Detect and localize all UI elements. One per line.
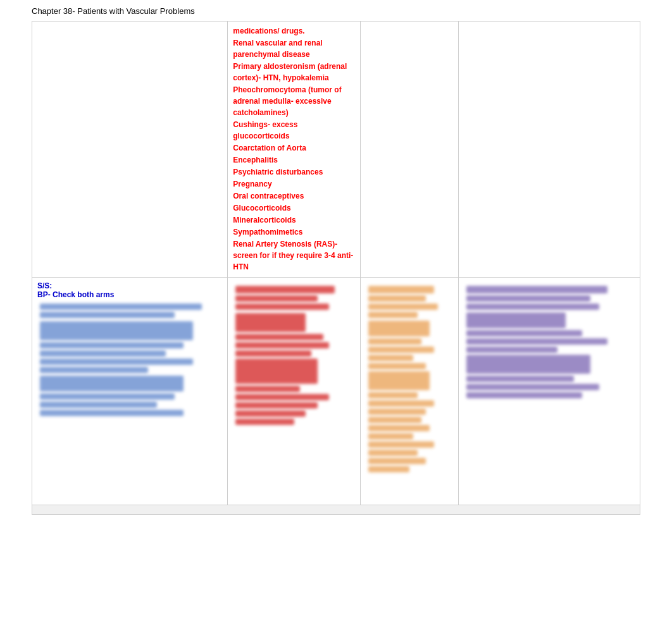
item-cushings: Cushings- excess glucocorticoids (233, 119, 355, 142)
item-renal-artery-stenosis: Renal Artery Stenosis (RAS)- screen for … (233, 238, 355, 273)
ss-section: S/S: BP- Check both arms (37, 281, 222, 299)
item-pregnancy: Pregnancy (233, 178, 355, 190)
bottom-cell-3-blurred (361, 278, 459, 505)
bottom-cell-1-ss: S/S: BP- Check both arms (32, 278, 228, 505)
bottom-row: S/S: BP- Check both arms (32, 278, 640, 505)
item-oral-contraceptives: Oral contraceptives (233, 190, 355, 202)
bottom-cell4-blurred-content (464, 281, 635, 403)
item-encephalitis: Encephalitis (233, 154, 355, 166)
item-primary-aldosteronism: Primary aldosteronism (adrenal cortex)- … (233, 61, 355, 83)
top-cell-3 (361, 22, 459, 278)
bottom-cell2-blurred-content (233, 281, 355, 429)
top-row: medications/ drugs. Renal vascular and r… (32, 22, 640, 278)
item-mineralcorticoids: Mineralcorticoids (233, 214, 355, 226)
item-sympathomimetics: Sympathomimetics (233, 226, 355, 238)
ss-label: S/S: (37, 281, 52, 290)
top-cell-1 (32, 22, 228, 278)
item-medications: medications/ drugs. (233, 25, 355, 37)
item-renal-vascular: Renal vascular and renal parenchymal dis… (233, 37, 355, 60)
main-content-table: medications/ drugs. Renal vascular and r… (32, 21, 640, 505)
top-cell-4 (458, 22, 640, 278)
bottom-scrollbar-area[interactable] (32, 505, 640, 515)
bottom-cell1-blurred-content (37, 299, 222, 421)
top-cell-2-secondary-htn: medications/ drugs. Renal vascular and r… (228, 22, 361, 278)
item-psychiatric: Psychiatric disturbances (233, 166, 355, 178)
item-pheochromocytoma: Pheochromocytoma (tumor of adrenal medul… (233, 84, 355, 118)
page-title: Chapter 38- Patients with Vascular Probl… (0, 0, 672, 21)
bottom-cell-2-blurred (228, 278, 361, 505)
secondary-htn-list: medications/ drugs. Renal vascular and r… (233, 25, 355, 273)
item-glucocorticoids: Glucocorticoids (233, 202, 355, 214)
bottom-cell-4-blurred (458, 278, 640, 505)
item-coarctation: Coarctation of Aorta (233, 142, 355, 154)
bottom-cell3-blurred-content (366, 281, 453, 477)
bp-label: BP- Check both arms (37, 290, 114, 299)
